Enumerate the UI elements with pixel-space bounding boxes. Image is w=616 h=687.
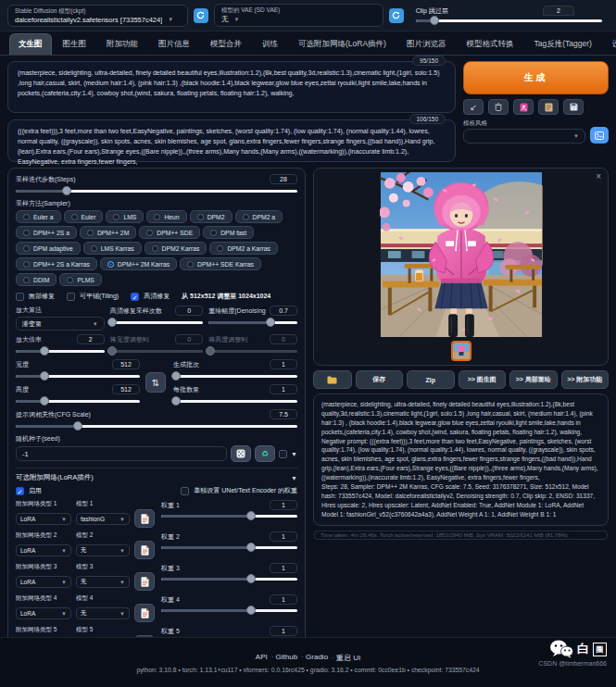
lora-weight-value[interactable]: 1	[270, 626, 297, 636]
sampler-option[interactable]: DPM++ 2S a Karras	[16, 257, 97, 270]
restore-faces-checkbox[interactable]	[16, 293, 24, 301]
steps-value[interactable]: 28	[270, 174, 297, 184]
lora-type-select[interactable]: LoRA▼	[16, 576, 71, 588]
sampler-option-selected[interactable]: DPM++ 2M Karras	[100, 257, 177, 270]
save-button[interactable]: 保存	[356, 370, 403, 389]
reuse-seed-button[interactable]: ♻	[255, 445, 275, 462]
tab-png-info[interactable]: 图片信息	[149, 33, 199, 55]
lora-weight-value[interactable]: 1	[270, 500, 297, 510]
seed-input[interactable]: -1	[16, 446, 227, 461]
apply-style-button[interactable]	[538, 99, 559, 115]
lora-metadata-button[interactable]	[134, 541, 155, 559]
tab-additional-networks[interactable]: 可选附加网络(LoRA插件)	[289, 33, 396, 55]
clip-skip-slider[interactable]	[416, 16, 602, 25]
width-value[interactable]: 512	[112, 359, 140, 369]
tab-img2img[interactable]: 图生图	[54, 33, 96, 55]
hires-steps-slider[interactable]	[110, 318, 204, 327]
prompt-textarea[interactable]: 95/150 (masterpiece, sidelighting, ultra…	[7, 61, 456, 113]
style-preview-button[interactable]	[590, 127, 609, 144]
tab-checkpoint-merger[interactable]: 模型合并	[201, 33, 251, 55]
width-slider[interactable]	[16, 371, 140, 381]
clear-prompt-button[interactable]	[488, 99, 509, 115]
style-dropdown[interactable]: 模板风格 ▼	[463, 119, 585, 144]
addnet-separate-checkbox[interactable]	[181, 487, 189, 495]
lora-metadata-button[interactable]	[134, 572, 155, 591]
steps-slider[interactable]	[16, 186, 297, 195]
sampler-option[interactable]: DPM2 Karras	[145, 242, 207, 255]
lora-metadata-button[interactable]	[134, 604, 155, 622]
height-slider[interactable]	[16, 396, 140, 406]
lora-weight-slider[interactable]	[161, 606, 297, 615]
sampler-option[interactable]: DPM2 a	[235, 210, 283, 223]
send-to-img2img-button[interactable]: >> 图生图	[459, 370, 506, 389]
gradio-link[interactable]: Gradio	[301, 653, 328, 663]
zip-button[interactable]: Zip	[407, 370, 454, 389]
lora-type-select[interactable]: LoRA▼	[16, 544, 71, 556]
denoising-slider[interactable]	[208, 318, 297, 327]
api-link[interactable]: API	[256, 653, 268, 663]
sampler-option[interactable]: LMS Karras	[83, 242, 142, 255]
sampler-option[interactable]: DPM2 a Karras	[209, 242, 277, 255]
tab-tagger[interactable]: Tag反推(Tagger)	[524, 33, 600, 55]
tab-settings[interactable]: 设置	[603, 33, 616, 55]
sampler-option[interactable]: DPM2	[190, 210, 233, 223]
swap-dimensions-button[interactable]: ⇅	[145, 372, 166, 393]
gallery-thumbnail[interactable]	[451, 341, 471, 361]
lora-type-select[interactable]: LoRA▼	[16, 607, 71, 619]
sampler-option[interactable]: DPM++ SDE Karras	[180, 257, 261, 270]
generated-image[interactable]	[380, 172, 543, 337]
tab-extras[interactable]: 附加功能	[97, 33, 147, 55]
upscale-by-slider[interactable]	[16, 346, 105, 356]
lora-type-select[interactable]: LoRA▼	[16, 513, 71, 525]
upscale-by-value[interactable]: 2	[77, 334, 105, 344]
height-value[interactable]: 512	[112, 384, 140, 394]
tab-train[interactable]: 训练	[253, 33, 287, 55]
lora-model-select[interactable]: 无▼	[76, 544, 130, 556]
sampler-option[interactable]: DPM adaptive	[16, 242, 81, 255]
lora-model-select[interactable]: 无▼	[76, 607, 130, 619]
extra-networks-button[interactable]	[513, 99, 534, 115]
sampler-option[interactable]: DDIM	[16, 273, 57, 286]
lora-weight-value[interactable]: 1	[270, 563, 297, 573]
batch-size-slider[interactable]	[173, 396, 297, 406]
restart-ui-link[interactable]: 重启 UI	[332, 653, 360, 663]
upscaler-select[interactable]: 潜变量▼	[16, 317, 105, 331]
vae-select[interactable]: 模型的 VAE (SD VAE) 无▼	[214, 4, 383, 27]
cfg-slider[interactable]	[16, 421, 297, 431]
sampler-option[interactable]: Heun	[146, 210, 186, 223]
send-to-inpaint-button[interactable]: >> 局部重绘	[509, 370, 557, 389]
sampler-option[interactable]: Euler a	[16, 210, 61, 223]
random-seed-button[interactable]	[231, 445, 251, 462]
negative-prompt-textarea[interactable]: 106/150 (((extra feet))),3 feet,more tha…	[7, 119, 456, 162]
sampler-option[interactable]: DPM++ SDE	[139, 226, 200, 239]
lora-weight-slider[interactable]	[161, 543, 297, 552]
tab-txt2img[interactable]: 文生图	[9, 33, 52, 55]
lora-metadata-button[interactable]	[134, 509, 155, 528]
cfg-value[interactable]: 7.5	[270, 409, 297, 419]
batch-count-slider[interactable]	[173, 371, 297, 381]
sampler-option[interactable]: LMS	[106, 210, 144, 223]
lora-weight-value[interactable]: 1	[270, 531, 297, 542]
github-link[interactable]: Github	[271, 653, 297, 663]
hires-fix-checkbox[interactable]: ✓	[131, 293, 139, 301]
sampler-option[interactable]: Euler	[64, 210, 104, 223]
lora-model-select[interactable]: 无▼	[76, 576, 130, 588]
close-icon[interactable]: ×	[596, 171, 601, 181]
tab-model-converter[interactable]: 模型格式转换	[457, 33, 522, 55]
sampler-option[interactable]: PLMS	[59, 273, 102, 286]
addnet-enable-checkbox[interactable]: ✓	[16, 487, 24, 495]
checkpoint-select[interactable]: Stable Diffusion 模型(ckpt) dalceforealist…	[7, 5, 188, 27]
extra-seed-checkbox[interactable]	[279, 450, 287, 458]
lora-weight-slider[interactable]	[161, 574, 297, 583]
paste-params-button[interactable]: ↙	[463, 99, 484, 115]
refresh-vae-button[interactable]	[389, 8, 404, 23]
result-gallery[interactable]: ×	[313, 168, 609, 366]
batch-count-value[interactable]: 1	[270, 359, 297, 369]
sampler-option[interactable]: DPM++ 2S a	[16, 226, 77, 239]
generate-button[interactable]: 生成	[463, 61, 609, 94]
lora-model-select[interactable]: fashionG▼	[76, 513, 130, 525]
lora-weight-slider[interactable]	[161, 511, 297, 520]
sampler-option[interactable]: DPM fast	[203, 226, 254, 239]
refresh-checkpoint-button[interactable]	[194, 8, 208, 23]
sampler-option[interactable]: DPM++ 2M	[80, 226, 136, 239]
